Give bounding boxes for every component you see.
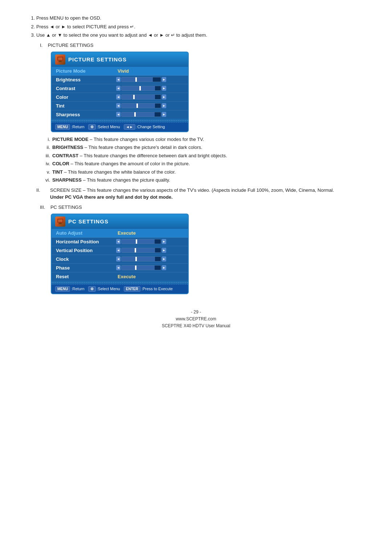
color-slider: ◄ ► [116,94,166,100]
select-label: :Select Menu [97,125,120,129]
footer-execute-btn: ENTER :Press to Execute [124,286,173,292]
svg-rect-6 [59,223,61,223]
svg-rect-5 [58,219,62,222]
step-2: Press ◄ or ► to select PICTURE and press… [36,23,363,31]
select-key: ⚙ [88,286,96,292]
horizontal-position-slider: ◄ ► [116,239,166,244]
slider-left-arrow: ◄ [116,103,121,108]
sharpness-row: Sharpness ◄ ► [52,110,188,119]
section-ii: II. SCREEN SIZE – This feature changes t… [36,187,363,201]
slider-right-arrow: ► [162,77,166,82]
slider-right-arrow: ► [162,103,166,108]
page-footer: - 29 - www.SCEPTRE.com SCEPTRE X40 HDTV … [29,309,363,330]
return-label: :Return [71,287,84,291]
step-3: Use ▲ or ▼ to select the one you want to… [36,32,363,39]
brightness-row: Brightness ◄ ► [52,76,188,84]
footer-return-btn: MENU :Return [55,124,85,130]
website: www.SCEPTRE.com [29,316,363,323]
sub-item-ii: ii. BRIGHTNESS – This feature changes th… [40,144,363,151]
pc-settings-title: PC SETTINGS [68,218,109,224]
section-i-label: I. PICTURE SETTINGS [40,42,363,48]
color-row: Color ◄ ► [52,93,188,102]
tint-slider: ◄ ► [116,103,166,108]
tint-row: Tint ◄ ► [52,102,188,110]
enter-key: ENTER [124,286,140,292]
step-1: Press MENU to open the OSD. [36,15,363,22]
slider-left-arrow: ◄ [116,239,121,244]
svg-rect-1 [58,57,62,60]
tint-label: Tint [56,103,114,109]
slider-track [121,248,161,253]
slider-left-arrow: ◄ [116,77,121,82]
picture-settings-box: PICTURE SETTINGS Picture Mode Vivid Brig… [51,52,189,132]
slider-right-arrow: ► [162,256,166,262]
menu-key: MENU [55,286,70,292]
sub-item-iv: iv. COLOR – This feature changes the amo… [40,160,363,167]
reset-label: Reset [56,274,114,279]
clock-row: Clock ◄ ► [52,255,188,264]
brightness-label: Brightness [56,77,114,82]
picture-settings-footer: MENU :Return ⚙ :Select Menu ◄► :Change S… [52,122,188,131]
contrast-slider: ◄ ► [116,86,166,91]
pc-settings-header: PC SETTINGS [52,214,188,229]
clock-label: Clock [56,256,114,262]
pc-settings-rows: Auto Adjust Execute Horizontal Position … [52,229,188,281]
reset-value: Execute [118,274,136,279]
picture-settings-icon [55,54,65,65]
phase-slider: ◄ ► [116,265,166,270]
pc-settings-box: PC SETTINGS Auto Adjust Execute Horizont… [51,214,189,294]
pc-settings-icon [55,216,65,227]
auto-adjust-label: Auto Adjust [56,230,114,236]
slider-track [121,94,161,100]
phase-label: Phase [56,265,114,271]
main-steps-list: Press MENU to open the OSD. Press ◄ or ►… [36,15,363,39]
slider-track [121,86,161,91]
horizontal-position-row: Horizontal Position ◄ ► [52,238,188,246]
picture-mode-label: Picture Mode [56,68,114,74]
select-key: ⚙ [88,124,96,130]
page-number: - 29 - [29,309,363,316]
change-label: :Change Setting [136,125,165,129]
contrast-label: Contrast [56,86,114,91]
horizontal-position-label: Horizontal Position [56,239,114,244]
sub-item-v: v. TINT – This feature changes the white… [40,169,363,176]
slider-right-arrow: ► [162,86,166,91]
contrast-row: Contrast ◄ ► [52,84,188,93]
auto-adjust-row: Auto Adjust Execute [52,229,188,238]
slider-left-arrow: ◄ [116,248,121,253]
phase-row: Phase ◄ ► [52,264,188,272]
pc-settings-footer: MENU :Return ⚙ :Select Menu ENTER :Press… [52,284,188,293]
picture-settings-rows: Picture Mode Vivid Brightness ◄ ► Contra… [52,67,188,119]
slider-track [121,77,161,82]
svg-rect-2 [59,61,61,61]
menu-key: MENU [55,124,70,130]
brightness-slider: ◄ ► [116,77,166,82]
svg-rect-3 [58,61,62,62]
vertical-position-label: Vertical Position [56,248,114,253]
picture-settings-title: PICTURE SETTINGS [68,56,127,62]
reset-row: Reset Execute [52,272,188,281]
clock-slider: ◄ ► [116,256,166,262]
sub-item-iii: iii. CONTRAST – This feature changes the… [40,152,363,159]
picture-settings-header: PICTURE SETTINGS [52,52,188,67]
slider-right-arrow: ► [162,265,166,270]
slider-track [121,112,161,117]
change-key: ◄► [124,124,135,130]
svg-rect-7 [58,223,62,224]
return-label: :Return [71,125,84,129]
section-iii-label: III. PC SETTINGS [40,204,363,210]
slider-left-arrow: ◄ [116,265,121,270]
slider-track [121,256,161,262]
execute-label: :Press to Execute [142,287,173,291]
color-label: Color [56,94,114,100]
slider-left-arrow: ◄ [116,86,121,91]
slider-left-arrow: ◄ [116,94,121,100]
footer-select-btn: ⚙ :Select Menu [88,124,120,130]
slider-track [121,103,161,108]
sub-item-vi: vi. SHARPNESS – This feature changes the… [40,177,363,184]
picture-mode-value: Vivid [118,68,129,74]
auto-adjust-value: Execute [118,230,136,236]
picture-mode-row: Picture Mode Vivid [52,67,188,76]
slider-right-arrow: ► [162,248,166,253]
vertical-position-row: Vertical Position ◄ ► [52,246,188,255]
